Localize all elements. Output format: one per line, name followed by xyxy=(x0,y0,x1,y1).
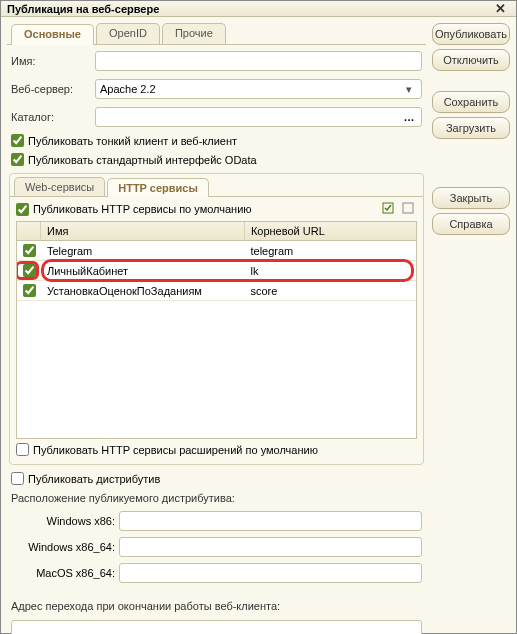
label-webserver: Веб-сервер: xyxy=(11,83,89,95)
row-checkbox[interactable] xyxy=(23,284,36,297)
svg-rect-1 xyxy=(403,203,413,213)
row-name-cell: Telegram xyxy=(41,245,244,257)
inner-tabs: Web-сервисы HTTP сервисы xyxy=(10,174,423,197)
publish-button[interactable]: Опубликовать xyxy=(432,23,510,45)
row-url-cell: lk xyxy=(244,265,416,277)
dialog-title: Публикация на веб-сервере xyxy=(7,3,159,15)
check-all-icon[interactable] xyxy=(381,201,397,217)
input-win86[interactable] xyxy=(119,511,422,531)
th-name: Имя xyxy=(41,222,245,240)
row-mac64: MacOS x86_64: xyxy=(7,562,426,584)
http-services-table: Имя Корневой URL TelegramtelegramЛичныйК… xyxy=(16,221,417,439)
label-publish-odata[interactable]: Публиковать стандартный интерфейс OData xyxy=(28,154,257,166)
chevron-down-icon[interactable]: ▾ xyxy=(401,83,417,96)
table-header: Имя Корневой URL xyxy=(17,222,416,241)
row-checkbox[interactable] xyxy=(23,244,36,257)
input-mac64[interactable] xyxy=(119,563,422,583)
row-publish-http-default: Публиковать HTTP сервисы по умолчанию xyxy=(16,203,252,216)
row-win86: Windows x86: xyxy=(7,510,426,532)
row-publish-thin: Публиковать тонкий клиент и веб-клиент xyxy=(7,133,426,148)
uncheck-all-icon[interactable] xyxy=(401,201,417,217)
checkbox-publish-thin[interactable] xyxy=(11,134,24,147)
row-check-cell xyxy=(17,264,41,277)
input-name[interactable] xyxy=(95,51,422,71)
row-publish-odata: Публиковать стандартный интерфейс OData xyxy=(7,152,426,167)
row-name-cell: УстановкаОценокПоЗаданиям xyxy=(41,285,244,297)
label-publish-http-ext[interactable]: Публиковать HTTP сервисы расширений по у… xyxy=(33,444,318,456)
label-mac64: MacOS x86_64: xyxy=(11,567,115,579)
table-row[interactable]: ЛичныйКабинетlk xyxy=(17,261,416,281)
checkbox-publish-dist[interactable] xyxy=(11,472,24,485)
table-toolbar xyxy=(381,201,417,217)
input-win64[interactable] xyxy=(119,537,422,557)
tab-openid[interactable]: OpenID xyxy=(96,23,160,44)
services-group: Web-сервисы HTTP сервисы Публиковать HTT… xyxy=(9,173,424,465)
row-name-cell: ЛичныйКабинет xyxy=(41,265,244,277)
label-publish-dist[interactable]: Публиковать дистрибутив xyxy=(28,473,160,485)
disconnect-button[interactable]: Отключить xyxy=(432,49,510,71)
input-catalog[interactable]: … xyxy=(95,107,422,127)
label-name: Имя: xyxy=(11,55,89,67)
checkbox-publish-odata[interactable] xyxy=(11,153,24,166)
input-exit-addr[interactable] xyxy=(11,620,422,634)
top-tabs: Основные OpenID Прочие xyxy=(7,23,426,45)
checkbox-publish-http-ext[interactable] xyxy=(16,443,29,456)
row-win64: Windows x86_64: xyxy=(7,536,426,558)
label-catalog: Каталог: xyxy=(11,111,89,123)
load-button[interactable]: Загрузить xyxy=(432,117,510,139)
row-check-cell xyxy=(17,284,41,297)
label-dist-location: Расположение публикуемого дистрибутива: xyxy=(7,490,426,506)
browse-icon[interactable]: … xyxy=(401,111,417,123)
close-button[interactable]: Закрыть xyxy=(432,187,510,209)
row-url-cell: telegram xyxy=(244,245,416,257)
tab-main[interactable]: Основные xyxy=(11,24,94,45)
http-services-header: Публиковать HTTP сервисы по умолчанию xyxy=(10,197,423,221)
checkbox-publish-http-default[interactable] xyxy=(16,203,29,216)
label-win64: Windows x86_64: xyxy=(11,541,115,553)
table-row[interactable]: УстановкаОценокПоЗаданиямscore xyxy=(17,281,416,301)
row-url-cell: score xyxy=(244,285,416,297)
row-checkbox[interactable] xyxy=(23,264,36,277)
side-buttons: Опубликовать Отключить Сохранить Загрузи… xyxy=(432,23,510,634)
select-webserver[interactable]: Apache 2.2 ▾ xyxy=(95,79,422,99)
label-exit-addr: Адрес перехода при окончании работы веб-… xyxy=(7,598,426,614)
th-url: Корневой URL xyxy=(245,222,416,240)
tab-other[interactable]: Прочие xyxy=(162,23,226,44)
table-row[interactable]: Telegramtelegram xyxy=(17,241,416,261)
tab-http-services[interactable]: HTTP сервисы xyxy=(107,178,209,197)
close-icon[interactable]: ✕ xyxy=(491,1,510,16)
save-button[interactable]: Сохранить xyxy=(432,91,510,113)
select-webserver-value: Apache 2.2 xyxy=(100,83,156,95)
help-button[interactable]: Справка xyxy=(432,213,510,235)
row-catalog: Каталог: … xyxy=(7,105,426,129)
table-body: TelegramtelegramЛичныйКабинетlkУстановка… xyxy=(17,241,416,438)
row-name: Имя: xyxy=(7,49,426,73)
row-check-cell xyxy=(17,244,41,257)
dialog: Публикация на веб-сервере ✕ Основные Ope… xyxy=(0,0,517,634)
label-publish-thin[interactable]: Публиковать тонкий клиент и веб-клиент xyxy=(28,135,237,147)
th-check xyxy=(17,222,41,240)
label-publish-http-default[interactable]: Публиковать HTTP сервисы по умолчанию xyxy=(33,203,252,215)
row-publish-dist: Публиковать дистрибутив xyxy=(7,471,426,486)
label-win86: Windows x86: xyxy=(11,515,115,527)
row-webserver: Веб-сервер: Apache 2.2 ▾ xyxy=(7,77,426,101)
tab-web-services[interactable]: Web-сервисы xyxy=(14,177,105,196)
dialog-body: Основные OpenID Прочие Имя: Веб-сервер: … xyxy=(1,17,516,634)
row-publish-http-ext: Публиковать HTTP сервисы расширений по у… xyxy=(10,439,423,460)
main-panel: Основные OpenID Прочие Имя: Веб-сервер: … xyxy=(7,23,426,634)
titlebar: Публикация на веб-сервере ✕ xyxy=(1,1,516,17)
